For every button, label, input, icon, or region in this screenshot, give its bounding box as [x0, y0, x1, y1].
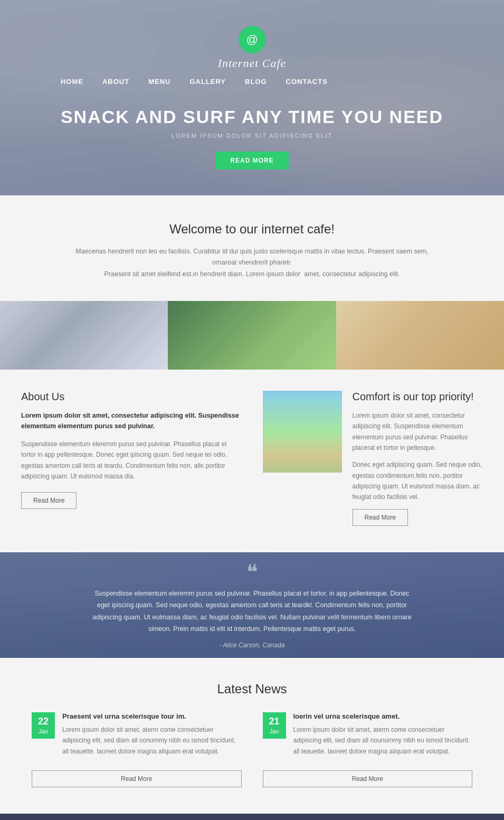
nav-blog[interactable]: BLOG: [245, 78, 267, 86]
date-day-2: 21: [263, 715, 286, 728]
nav-contacts[interactable]: CONTACTS: [286, 78, 328, 86]
news-title-1: Praesent vel urna scelerisque tour im.: [62, 712, 242, 720]
comfort-image: [263, 391, 342, 473]
comfort-text: Comfort is our top priority! Lorem ipsum…: [353, 391, 483, 526]
footer-get-in-touch: Get in Touch Lorem ipsum dolor sit amet,…: [0, 814, 504, 820]
testimonial-author: - Alice Carson, Canada: [220, 642, 285, 649]
date-month-2: Jan: [270, 728, 279, 734]
date-day-1: 22: [32, 715, 55, 728]
about-regular-text: Suspendisse elementum eleremm purus sed …: [21, 439, 242, 482]
logo-icon: @: [239, 26, 266, 53]
welcome-heading: Welcome to our internet cafe!: [53, 222, 451, 237]
news-item-2: 21 Jan loerin vel urna scelerisque amet.…: [263, 712, 473, 787]
hero-content: @ Internet Cafe HOME ABOUT MENU GALLERY …: [61, 26, 443, 169]
strip-image-3: [336, 301, 504, 370]
nav-menu[interactable]: MENU: [148, 78, 170, 86]
hero-headline: SNACK AND SURF ANY TIME YOU NEED: [61, 107, 443, 127]
comfort-column: Comfort is our top priority! Lorem ipsum…: [263, 391, 483, 526]
date-month-1: Jan: [39, 728, 48, 734]
news-section: Latest News 22 Jan Praesent vel urna sce…: [0, 658, 504, 814]
hero-subtext: LOREM IPSUM DOLOR SIT ADIPISCING ELIT: [61, 133, 443, 139]
welcome-section: Welcome to our internet cafe! Maecenas h…: [0, 195, 504, 301]
news-body-2: Lorem ipsum dolor sit amet, aterm come c…: [293, 724, 473, 757]
news-content-2: loerin vel urna scelerisque amet. Lorem …: [293, 712, 473, 763]
testimonial-section: ❝ Suspendisse elementum eleremm purus se…: [0, 552, 504, 658]
about-read-more-button[interactable]: Read More: [21, 492, 77, 509]
comfort-read-more-button[interactable]: Read More: [353, 509, 408, 526]
about-column: About Us Lorem ipsum dolor sit amet, con…: [21, 391, 242, 526]
main-nav: HOME ABOUT MENU GALLERY BLOG CONTACTS: [61, 78, 443, 86]
welcome-body: Maecenas hendrerit non leo eu facilisis.…: [73, 246, 432, 280]
quote-icon: ❝: [246, 561, 258, 582]
nav-home[interactable]: HOME: [61, 78, 83, 86]
about-bold-text: Lorem ipsum dolor sit amet, consectetur …: [21, 410, 242, 431]
image-strip: [0, 301, 504, 370]
date-badge-1: 22 Jan: [32, 712, 55, 739]
site-title: Internet Cafe: [61, 56, 443, 70]
news-item-1: 22 Jan Praesent vel urna scelerisque tou…: [32, 712, 242, 787]
news-read-more-1[interactable]: Read More: [32, 770, 242, 787]
news-item-top-1: 22 Jan Praesent vel urna scelerisque tou…: [32, 712, 242, 763]
comfort-text-2: Donec eget adipiscing quam. Sed neque od…: [353, 459, 483, 503]
strip-image-1: [0, 301, 168, 370]
hero-section: @ Internet Cafe HOME ABOUT MENU GALLERY …: [0, 0, 504, 195]
comfort-text-1: Lorem ipsum dolor sit amet, consectetur …: [353, 410, 483, 454]
about-heading: About Us: [21, 391, 242, 403]
testimonial-text: Suspendisse elementum eleremm purus sed …: [89, 588, 416, 635]
news-title-2: loerin vel urna scelerisque amet.: [293, 712, 473, 720]
news-body-1: Lorem ipsum dolor sit amet, aterm come c…: [62, 724, 242, 757]
testimonial-content: ❝ Suspendisse elementum eleremm purus se…: [89, 561, 416, 649]
news-read-more-2[interactable]: Read More: [263, 770, 473, 787]
news-item-top-2: 21 Jan loerin vel urna scelerisque amet.…: [263, 712, 473, 763]
nav-gallery[interactable]: GALLERY: [189, 78, 226, 86]
nav-about[interactable]: ABOUT: [102, 78, 129, 86]
comfort-heading: Comfort is our top priority!: [353, 391, 483, 403]
about-comfort-section: About Us Lorem ipsum dolor sit amet, con…: [0, 370, 504, 552]
hero-cta-button[interactable]: READ MORE: [215, 152, 288, 169]
news-heading: Latest News: [32, 682, 472, 696]
news-grid: 22 Jan Praesent vel urna scelerisque tou…: [32, 712, 472, 787]
strip-image-2: [168, 301, 336, 370]
news-content-1: Praesent vel urna scelerisque tour im. L…: [62, 712, 242, 763]
date-badge-2: 21 Jan: [263, 712, 286, 739]
